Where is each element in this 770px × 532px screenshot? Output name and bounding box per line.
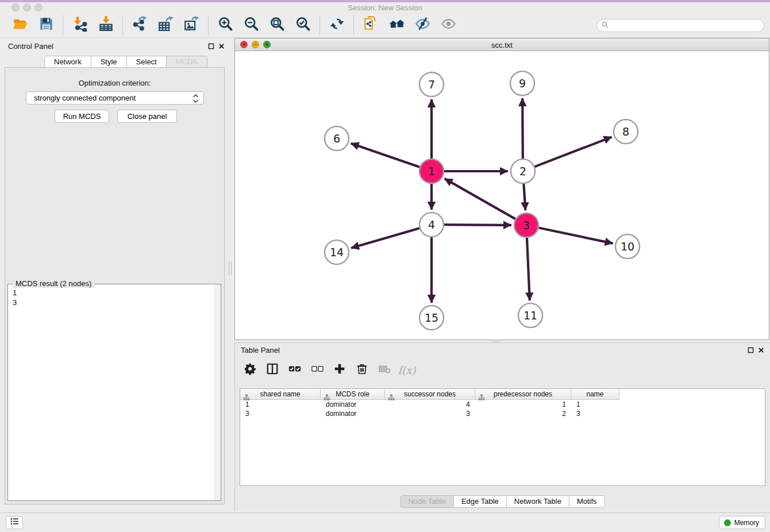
delete-column-button[interactable] bbox=[354, 362, 370, 378]
tab-network-table[interactable]: Network Table bbox=[507, 495, 569, 508]
node-4[interactable]: 4 bbox=[419, 213, 444, 237]
table-row[interactable]: 3dominator323 bbox=[240, 409, 765, 418]
zoom-out-button[interactable] bbox=[242, 17, 260, 34]
node-1[interactable]: 1 bbox=[419, 159, 444, 183]
open-session-button[interactable] bbox=[11, 17, 29, 34]
node-7[interactable]: 7 bbox=[419, 72, 444, 97]
mcds-result-title: MCDS result (2 nodes) bbox=[13, 279, 94, 288]
zoom-selected-button[interactable] bbox=[294, 17, 311, 34]
table-cell[interactable]: 1 bbox=[475, 400, 571, 409]
table-cell[interactable]: 3 bbox=[240, 409, 321, 418]
new-network-from-selection-button[interactable] bbox=[362, 17, 379, 34]
search-box[interactable] bbox=[596, 19, 764, 32]
export-network-button[interactable] bbox=[131, 17, 148, 34]
export-image-button[interactable] bbox=[183, 17, 200, 34]
tab-style[interactable]: Style bbox=[91, 56, 127, 68]
column-header-predecessor-nodes[interactable]: predecessor nodes bbox=[475, 389, 571, 400]
window-zoom-button[interactable] bbox=[34, 3, 43, 11]
vertical-splitter-handle[interactable] bbox=[229, 261, 232, 275]
node-2[interactable]: 2 bbox=[511, 159, 535, 183]
column-header-MCDS-role[interactable]: MCDS role bbox=[321, 389, 385, 400]
zoom-fit-button[interactable] bbox=[268, 17, 286, 34]
table-close-button[interactable] bbox=[757, 346, 765, 354]
column-header-shared-name[interactable]: shared name bbox=[240, 389, 321, 400]
edge-4-14[interactable] bbox=[351, 228, 419, 248]
run-mcds-button[interactable]: Run MCDS bbox=[55, 110, 109, 123]
deselect-all-button[interactable] bbox=[309, 362, 325, 378]
table-toolbar: f(x) bbox=[242, 362, 415, 378]
search-input[interactable] bbox=[609, 21, 764, 30]
task-history-button[interactable] bbox=[6, 516, 23, 529]
toolbar-group bbox=[123, 16, 209, 35]
node-9[interactable]: 9 bbox=[510, 71, 534, 95]
result-scrollbar[interactable] bbox=[214, 284, 221, 500]
window-close-button[interactable] bbox=[11, 3, 20, 11]
control-panel-tabs: NetworkStyleSelectMCDS bbox=[44, 56, 207, 68]
table-row[interactable]: 1dominator411 bbox=[240, 400, 765, 409]
save-session-button[interactable] bbox=[37, 17, 55, 34]
table-cell[interactable]: 2 bbox=[475, 409, 571, 418]
first-neighbors-button[interactable] bbox=[388, 17, 405, 34]
edge-3-1[interactable] bbox=[445, 179, 515, 219]
refresh-network-button[interactable] bbox=[328, 17, 345, 34]
create-column-button[interactable] bbox=[332, 362, 348, 378]
function-builder-button[interactable]: f(x) bbox=[399, 362, 415, 378]
node-11[interactable]: 11 bbox=[518, 303, 542, 327]
float-panel-button[interactable] bbox=[207, 42, 215, 50]
mcds-result-list[interactable]: 1 3 bbox=[13, 288, 17, 307]
table-float-button[interactable] bbox=[746, 346, 754, 354]
network-window-titlebar[interactable]: × − + scc.txt bbox=[235, 38, 769, 51]
select-all-button[interactable] bbox=[287, 362, 303, 378]
edge-1-6[interactable] bbox=[351, 143, 420, 167]
node-8[interactable]: 8 bbox=[614, 119, 638, 144]
table-cell[interactable]: dominator bbox=[321, 400, 385, 409]
hide-selected-button[interactable] bbox=[414, 17, 431, 34]
table-cell[interactable]: 3 bbox=[571, 409, 619, 418]
edge-3-11[interactable] bbox=[527, 238, 530, 300]
node-6[interactable]: 6 bbox=[325, 126, 349, 151]
hide-selected-icon bbox=[415, 16, 430, 34]
import-network-button[interactable] bbox=[71, 17, 88, 34]
edge-3-10[interactable] bbox=[539, 228, 613, 244]
table-cell[interactable]: 3 bbox=[385, 409, 475, 418]
column-header-successor-nodes[interactable]: successor nodes bbox=[385, 389, 475, 400]
export-table-button[interactable] bbox=[157, 17, 174, 34]
tab-mcds[interactable]: MCDS bbox=[167, 56, 207, 68]
memory-button[interactable]: Memory bbox=[719, 516, 765, 529]
close-panel-button[interactable] bbox=[217, 42, 225, 50]
export-image-icon bbox=[184, 16, 199, 34]
node-3[interactable]: 3 bbox=[514, 213, 538, 237]
column-header-name[interactable]: name bbox=[571, 389, 619, 400]
delete-table-button[interactable] bbox=[376, 362, 392, 378]
tab-edge-table[interactable]: Edge Table bbox=[454, 495, 507, 508]
table-cell[interactable]: 4 bbox=[385, 400, 475, 409]
column-settings-button[interactable] bbox=[242, 362, 258, 378]
edge-2-9[interactable] bbox=[522, 98, 523, 159]
edge-4-3[interactable] bbox=[444, 225, 511, 225]
edge-2-3[interactable] bbox=[523, 184, 525, 210]
node-10[interactable]: 10 bbox=[615, 234, 640, 259]
toggle-panel-mode-button[interactable] bbox=[264, 362, 280, 378]
tab-motifs[interactable]: Motifs bbox=[569, 495, 605, 508]
window-accent-strip bbox=[0, 0, 770, 2]
column-label: shared name bbox=[260, 390, 300, 398]
show-all-button[interactable] bbox=[440, 17, 457, 34]
tab-network[interactable]: Network bbox=[44, 56, 91, 68]
tab-select[interactable]: Select bbox=[127, 56, 167, 68]
zoom-in-button[interactable] bbox=[217, 17, 234, 34]
node-14[interactable]: 14 bbox=[325, 240, 349, 264]
network-canvas[interactable]: 7968124314101511 bbox=[235, 51, 769, 340]
window-minimize-button[interactable] bbox=[23, 3, 31, 11]
table-cell[interactable]: dominator bbox=[321, 409, 385, 418]
node-15[interactable]: 15 bbox=[419, 306, 444, 330]
close-panel-action-button[interactable]: Close panel bbox=[117, 110, 177, 123]
show-all-icon bbox=[441, 16, 456, 34]
table-header-row: shared nameMCDS rolesuccessor nodesprede… bbox=[240, 389, 765, 400]
chevron-updown-icon bbox=[192, 94, 199, 107]
table-cell[interactable]: 1 bbox=[571, 400, 619, 409]
tab-node-table[interactable]: Node Table bbox=[400, 495, 454, 508]
import-table-button[interactable] bbox=[97, 17, 114, 34]
table-cell[interactable]: 1 bbox=[240, 400, 321, 409]
edge-2-8[interactable] bbox=[535, 137, 612, 167]
optimization-criterion-dropdown[interactable]: strongly connected component bbox=[26, 91, 204, 105]
